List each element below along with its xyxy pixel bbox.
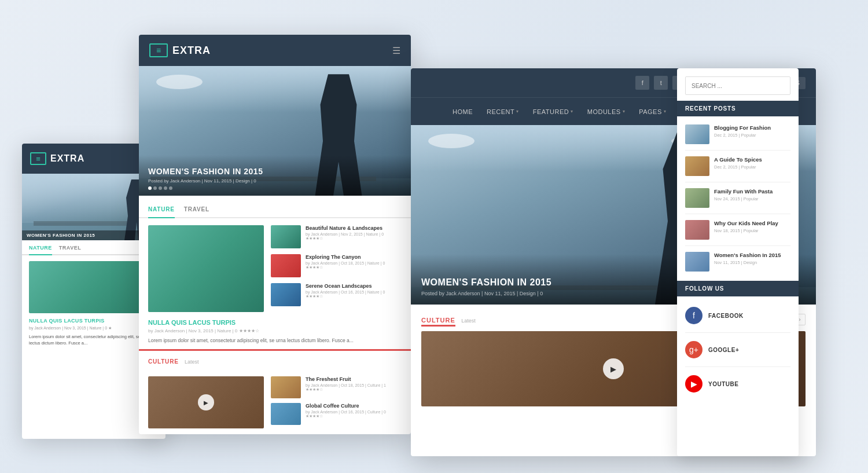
mid-header: ≡ EXTRA ☰ bbox=[139, 35, 411, 66]
chevron-down-icon: ▾ bbox=[623, 109, 626, 114]
dot-2 bbox=[153, 186, 157, 190]
culture-meta-1: by Jack Anderson | Oct 18, 2015 | Cultur… bbox=[306, 383, 402, 392]
mid-culture-list: The Freshest Fruit by Jack Anderson | Oc… bbox=[271, 376, 402, 428]
divider bbox=[685, 150, 790, 151]
back-logo-icon: ≡ bbox=[30, 152, 46, 165]
main-culture-label: CULTURE bbox=[421, 317, 455, 327]
sidebar-search bbox=[677, 68, 799, 101]
list-item: Exploring The Canyon by Jack Anderson | … bbox=[271, 254, 402, 277]
divider bbox=[685, 245, 790, 246]
list-item-info-1: Beautiful Nature & Landscapes by Jack An… bbox=[306, 225, 402, 241]
divider bbox=[685, 332, 790, 333]
sidebar-post-info-4: Why Our Kids Need Play Nov 18, 2015 | Po… bbox=[714, 220, 778, 233]
google-plus-icon: g+ bbox=[685, 341, 703, 358]
mid-hero: WOMEN'S FASHION IN 2015 Posted by Jack A… bbox=[139, 66, 411, 196]
post-title-1: Blogging For Fashion bbox=[714, 124, 771, 131]
culture-item: Global Coffee Culture by Jack Anderson |… bbox=[271, 403, 402, 425]
mid-culture-sublabel: Latest bbox=[185, 359, 199, 365]
list-title-1: Beautiful Nature & Landscapes bbox=[306, 225, 402, 231]
sidebar-post-3: Family Fun With Pasta Nov 24, 2015 | Pop… bbox=[677, 185, 799, 211]
culture-title-1: The Freshest Fruit bbox=[306, 376, 402, 382]
facebook-icon[interactable]: f bbox=[635, 76, 649, 90]
tab-nature[interactable]: NATURE bbox=[29, 245, 52, 255]
mid-featured-text: Lorem ipsum dolor sit amet, consectetur … bbox=[139, 337, 411, 344]
list-item-info-2: Exploring The Canyon by Jack Anderson | … bbox=[306, 254, 402, 270]
nav-recent[interactable]: RECENT ▾ bbox=[487, 108, 519, 115]
mid-culture-header: CULTURE Latest bbox=[139, 349, 411, 371]
culture-meta-2: by Jack Anderson | Oct 16, 2015 | Cultur… bbox=[306, 410, 402, 419]
youtube-icon: ▶ bbox=[685, 375, 703, 393]
culture-item: The Freshest Fruit by Jack Anderson | Oc… bbox=[271, 376, 402, 398]
mid-tab-travel[interactable]: TRAVEL bbox=[184, 201, 209, 217]
mid-culture-img: ▶ bbox=[148, 376, 264, 428]
nav-pages[interactable]: PAGES ▾ bbox=[639, 108, 666, 115]
sidebar-post-4: Why Our Kids Need Play Nov 18, 2015 | Po… bbox=[677, 217, 799, 243]
follow-google[interactable]: g+ GOOGLE+ bbox=[677, 335, 799, 364]
mid-body: Beautiful Nature & Landscapes by Jack An… bbox=[139, 218, 411, 319]
dot-1 bbox=[148, 186, 152, 190]
post-meta-2: Dec 2, 2015 | Popular bbox=[714, 164, 762, 170]
play-button[interactable]: ▶ bbox=[198, 394, 214, 410]
main-culture-sublabel: Latest bbox=[461, 318, 476, 324]
twitter-icon[interactable]: t bbox=[654, 76, 668, 90]
hamburger-icon[interactable]: ☰ bbox=[392, 45, 400, 56]
mid-hero-title: WOMEN'S FASHION IN 2015 bbox=[148, 167, 402, 176]
mid-logo-text: EXTRA bbox=[172, 45, 211, 57]
culture-thumb-1 bbox=[271, 376, 301, 398]
sidebar-post-2: A Guide To Spices Dec 2, 2015 | Popular bbox=[677, 153, 799, 179]
post-title-2: A Guide To Spices bbox=[714, 156, 762, 163]
follow-youtube[interactable]: ▶ YOUTUBE bbox=[677, 369, 799, 398]
divider bbox=[685, 182, 790, 182]
culture-info-2: Global Coffee Culture by Jack Anderson |… bbox=[306, 403, 402, 425]
tab-travel[interactable]: TRAVEL bbox=[59, 245, 81, 254]
sidebar-post-info-3: Family Fun With Pasta Nov 24, 2015 | Pop… bbox=[714, 188, 773, 201]
mid-featured-img bbox=[148, 225, 264, 312]
facebook-label: FACEBOOK bbox=[708, 313, 744, 319]
post-meta-4: Nov 18, 2015 | Popular bbox=[714, 228, 778, 233]
culture-title-2: Global Coffee Culture bbox=[306, 403, 402, 409]
search-input[interactable] bbox=[685, 76, 790, 95]
list-item-info-3: Serene Ocean Landscapes by Jack Anderson… bbox=[306, 283, 402, 299]
sidebar-post-info-2: A Guide To Spices Dec 2, 2015 | Popular bbox=[714, 156, 762, 170]
dot-5 bbox=[169, 186, 172, 190]
main-culture-labels: CULTURE Latest bbox=[421, 314, 476, 325]
nav-modules[interactable]: MODULES ▾ bbox=[587, 108, 625, 115]
divider bbox=[685, 366, 790, 367]
list-thumb-3 bbox=[271, 283, 301, 306]
mid-logo-icon: ≡ bbox=[149, 43, 168, 57]
list-item: Beautiful Nature & Landscapes by Jack An… bbox=[271, 225, 402, 248]
post-meta-5: Nov 11, 2015 | Design bbox=[714, 260, 781, 265]
follow-facebook[interactable]: f FACEBOOK bbox=[677, 301, 799, 330]
mid-tab-nature[interactable]: NATURE bbox=[148, 201, 175, 218]
back-logo-text: EXTRA bbox=[50, 153, 84, 164]
youtube-label: YOUTUBE bbox=[708, 381, 738, 387]
facebook-icon: f bbox=[685, 307, 703, 324]
nav-featured[interactable]: FEATURED ▾ bbox=[533, 108, 573, 115]
mid-featured-title: NULLA QUIS LACUS TURPIS bbox=[139, 319, 411, 326]
nav-home[interactable]: HOME bbox=[453, 108, 473, 115]
main-play-button[interactable]: ▶ bbox=[603, 358, 624, 379]
post-title-3: Family Fun With Pasta bbox=[714, 188, 773, 195]
list-thumb-2 bbox=[271, 254, 301, 277]
chevron-down-icon: ▾ bbox=[664, 109, 667, 114]
mid-featured-meta: by Jack Anderson | Nov 3, 2015 | Nature … bbox=[139, 328, 411, 333]
list-thumb-1 bbox=[271, 225, 301, 248]
sidebar-post-5: Women's Fashion In 2015 Nov 11, 2015 | D… bbox=[677, 248, 799, 275]
recent-posts-header: RECENT POSTS bbox=[677, 101, 799, 116]
chevron-down-icon: ▾ bbox=[571, 109, 573, 114]
list-title-2: Exploring The Canyon bbox=[306, 254, 402, 260]
mid-list: Beautiful Nature & Landscapes by Jack An… bbox=[271, 225, 402, 312]
culture-thumb-2 bbox=[271, 403, 301, 425]
sidebar-post-info-1: Blogging For Fashion Dec 2, 2015 | Popul… bbox=[714, 124, 771, 138]
list-meta-2: by Jack Anderson | Oct 18, 2015 | Nature… bbox=[306, 261, 402, 270]
sidebar: RECENT POSTS Blogging For Fashion Dec 2,… bbox=[677, 68, 799, 456]
post-title-4: Why Our Kids Need Play bbox=[714, 220, 778, 227]
post-meta-3: Nov 24, 2015 | Popular bbox=[714, 196, 773, 201]
mid-tabs: NATURE TRAVEL bbox=[139, 201, 411, 218]
sidebar-thumb-1 bbox=[685, 124, 709, 144]
google-label: GOOGLE+ bbox=[708, 347, 739, 353]
follow-us-header: FOLLOW US bbox=[677, 281, 799, 296]
mid-culture-labels: CULTURE Latest bbox=[148, 355, 199, 366]
list-item: Serene Ocean Landscapes by Jack Anderson… bbox=[271, 283, 402, 306]
mid-card: ≡ EXTRA ☰ WOMEN'S FASHION IN 2015 Posted… bbox=[139, 35, 411, 434]
